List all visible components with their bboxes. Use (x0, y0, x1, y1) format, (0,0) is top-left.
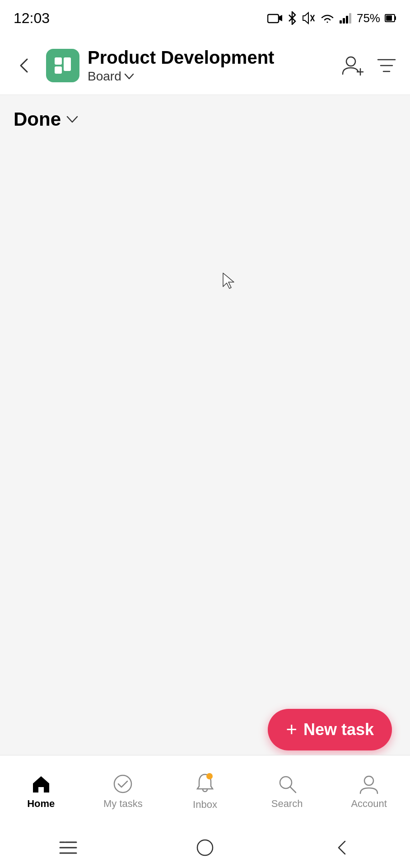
filter-icon (375, 55, 398, 76)
board-selector[interactable]: Board (88, 69, 340, 84)
svg-rect-13 (55, 66, 62, 74)
mute-icon (302, 11, 315, 25)
add-person-icon (341, 55, 363, 76)
nav-label-inbox: Inbox (193, 799, 217, 811)
nav-item-home[interactable]: Home (0, 774, 82, 810)
svg-rect-6 (346, 16, 348, 24)
fab-container: + New task (268, 709, 392, 750)
nav-item-account[interactable]: Account (328, 774, 410, 810)
svg-rect-5 (343, 18, 345, 24)
search-icon (277, 774, 298, 794)
camera-icon (267, 12, 283, 24)
check-circle-icon (112, 774, 133, 794)
nav-item-search[interactable]: Search (246, 774, 328, 810)
column-chevron-icon (66, 116, 78, 123)
home-icon (31, 774, 51, 794)
svg-point-21 (280, 777, 292, 788)
top-header: Product Development Board (0, 36, 410, 95)
back-button[interactable] (11, 52, 38, 79)
nav-label-account: Account (351, 798, 387, 810)
filter-button[interactable] (374, 53, 399, 78)
android-home-icon (196, 839, 214, 857)
svg-point-20 (114, 775, 131, 793)
svg-rect-28 (197, 840, 213, 855)
svg-rect-4 (340, 20, 342, 24)
svg-rect-11 (55, 57, 62, 65)
nav-label-home: Home (27, 798, 55, 810)
android-back-button[interactable] (324, 834, 360, 861)
done-column: Done (0, 95, 410, 144)
inbox-notification-dot (206, 773, 213, 779)
svg-rect-10 (395, 16, 396, 20)
android-menu-icon (58, 840, 78, 856)
svg-rect-7 (349, 13, 351, 24)
svg-rect-9 (386, 15, 392, 21)
status-bar: 12:03 75% (0, 0, 410, 36)
new-task-button[interactable]: + New task (268, 709, 392, 750)
mouse-cursor (221, 271, 238, 294)
nav-item-my-tasks[interactable]: My tasks (82, 774, 164, 810)
status-icons: 75% (267, 11, 396, 25)
person-icon (359, 774, 379, 794)
board-label: Board (88, 69, 121, 84)
project-logo-icon (53, 56, 73, 75)
nav-label-my-tasks: My tasks (103, 798, 143, 810)
status-time: 12:03 (14, 10, 50, 27)
bluetooth-icon (287, 11, 297, 25)
svg-rect-0 (268, 14, 279, 23)
android-home-button[interactable] (187, 834, 223, 861)
fab-plus-icon: + (286, 719, 297, 741)
bottom-nav: Home My tasks Inbox Search (0, 755, 410, 827)
board-chevron-icon (124, 73, 134, 80)
project-logo (46, 49, 79, 82)
android-nav-bar (0, 827, 410, 868)
column-header-done[interactable]: Done (14, 108, 396, 130)
svg-rect-12 (64, 57, 71, 71)
svg-line-22 (290, 787, 296, 793)
column-title-done: Done (14, 108, 61, 130)
wifi-icon (320, 12, 335, 24)
header-actions (340, 53, 399, 78)
battery-indicator: 75% (357, 11, 380, 25)
battery-icon (385, 13, 396, 23)
fab-label: New task (303, 720, 374, 739)
project-title: Product Development (88, 47, 340, 67)
project-info: Product Development Board (88, 47, 340, 84)
nav-item-inbox[interactable]: Inbox (164, 773, 246, 811)
back-arrow-icon (17, 57, 32, 74)
board-content: Done (0, 95, 410, 755)
svg-point-14 (346, 57, 355, 66)
android-back-icon (335, 839, 349, 857)
svg-point-23 (364, 776, 373, 785)
nav-label-search: Search (271, 798, 303, 810)
android-menu-button[interactable] (50, 834, 86, 861)
add-member-button[interactable] (340, 53, 365, 78)
signal-icon (340, 12, 352, 24)
